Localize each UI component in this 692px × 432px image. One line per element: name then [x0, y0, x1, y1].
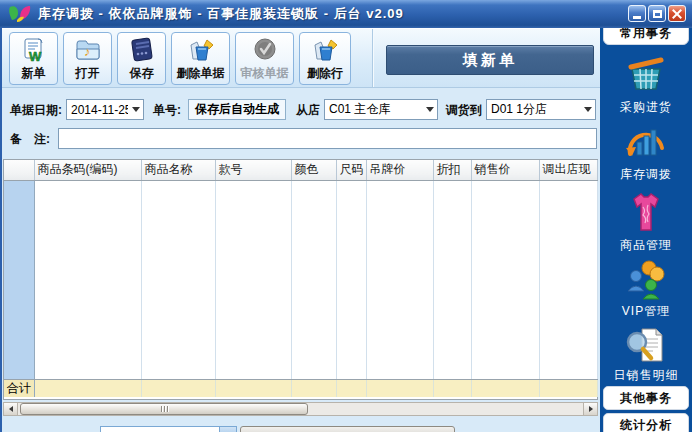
app-logo-icon [8, 4, 32, 24]
vip-members-icon [624, 258, 668, 300]
main-panel: W 新单 ♪ 打开 [2, 28, 600, 432]
scroll-left-button[interactable] [4, 403, 18, 415]
sidebar-tab-statistics[interactable]: 统计分析 [603, 413, 689, 432]
close-button[interactable] [668, 5, 686, 22]
thumb-grip-icon [164, 406, 165, 412]
column-header: 调出店现 [539, 160, 597, 180]
sidebar-item-vip-mgmt[interactable]: VIP管理 [600, 258, 692, 320]
sidebar-item-daily-sales[interactable]: 日销售明细 [600, 326, 692, 384]
column-header: 折扣 [433, 160, 471, 180]
column-header: 颜色 [291, 160, 336, 180]
sidebar-item-stock-transfer[interactable]: 库存调拨 [600, 121, 692, 183]
remark-label: 备 注: [10, 129, 50, 149]
sidebar-item-label: 商品管理 [620, 237, 672, 254]
basket-icon [624, 54, 668, 96]
window-title: 库存调拨 - 依依品牌服饰 - 百事佳服装连锁版 - 后台 v2.09 [38, 5, 404, 23]
minimize-icon [633, 16, 641, 19]
toolbar-button-label: 保存 [130, 65, 154, 82]
bottom-button[interactable] [240, 426, 455, 432]
arrow-left-icon [9, 406, 13, 412]
date-value: 2014-11-25 [67, 103, 128, 117]
toolbar-button-label: 删除单据 [177, 65, 225, 82]
grid-corner-cell [4, 160, 34, 180]
new-doc-button[interactable]: W 新单 [9, 32, 58, 85]
column-header: 销售价 [471, 160, 539, 180]
delete-doc-button[interactable]: 删除单据 [171, 32, 230, 85]
column-header: 商品条码(编码) [34, 160, 141, 180]
scrollbar-thumb[interactable] [20, 403, 308, 415]
new-doc-icon: W [21, 35, 47, 65]
delete-row-button[interactable]: 删除行 [299, 32, 351, 85]
minimize-button[interactable] [628, 5, 646, 22]
from-store-label: 从店 [296, 100, 320, 120]
sidebar-item-product-mgmt[interactable]: 商品管理 [600, 190, 692, 254]
svg-text:♪: ♪ [84, 44, 91, 59]
grid-total-row: 合计 [4, 379, 597, 397]
arrow-right-icon [589, 406, 593, 412]
sidebar-item-purchase[interactable]: 采购进货 [600, 54, 692, 116]
sidebar-item-label: VIP管理 [622, 303, 670, 320]
to-store-combobox[interactable]: D01 1分店 [486, 99, 596, 120]
sidebar: 常用事务 采购进货 库存调拨 商品管理 [600, 28, 692, 432]
sidebar-item-label: 采购进货 [620, 99, 672, 116]
from-store-value: C01 主仓库 [325, 101, 422, 118]
chevron-down-icon [128, 107, 143, 112]
app-window: 库存调拨 - 依依品牌服饰 - 百事佳服装连锁版 - 后台 v2.09 W [0, 0, 692, 432]
delete-doc-icon [187, 35, 215, 65]
svg-text:W: W [29, 49, 42, 63]
maximize-button[interactable] [648, 5, 666, 22]
column-header: 吊牌价 [366, 160, 433, 180]
column-header: 商品名称 [141, 160, 215, 180]
remark-input[interactable] [58, 128, 597, 149]
fill-new-doc-button[interactable]: 填新单 [386, 45, 594, 75]
column-header: 尺码 [336, 160, 366, 180]
docno-label: 单号: [153, 100, 181, 120]
horizontal-scrollbar[interactable] [3, 402, 598, 416]
tshirt-icon [624, 190, 668, 234]
from-store-combobox[interactable]: C01 主仓库 [324, 99, 438, 120]
toolbar-button-label: 打开 [76, 65, 100, 82]
chart-transfer-icon [624, 121, 668, 163]
thumb-grip-icon [167, 406, 168, 412]
column-header: 款号 [215, 160, 291, 180]
toolbar-button-label: 删除行 [307, 65, 343, 82]
open-folder-icon: ♪ [74, 35, 102, 65]
toolbar-button-label: 审核单据 [241, 65, 289, 82]
total-label-cell: 合计 [4, 379, 34, 397]
toolbar-button-label: 新单 [22, 65, 46, 82]
maximize-icon [653, 10, 662, 18]
report-magnifier-icon [624, 326, 668, 364]
save-icon [129, 35, 155, 65]
to-store-label: 调货到 [446, 100, 482, 120]
grid-header-row: 商品条码(编码) 商品名称 款号 颜色 尺码 吊牌价 折扣 销售价 调出店现 [4, 160, 597, 180]
save-button[interactable]: 保存 [117, 32, 166, 85]
chevron-down-icon [219, 427, 236, 432]
title-bar: 库存调拨 - 依依品牌服饰 - 百事佳服装连锁版 - 后台 v2.09 [0, 0, 692, 28]
items-grid[interactable]: 商品条码(编码) 商品名称 款号 颜色 尺码 吊牌价 折扣 销售价 调出店现 [3, 159, 598, 400]
close-icon [672, 9, 682, 19]
docno-display: 保存后自动生成 [188, 99, 286, 120]
sidebar-tab-other-tasks[interactable]: 其他事务 [603, 386, 689, 410]
sidebar-item-label: 库存调拨 [620, 166, 672, 183]
date-label: 单据日期: [10, 100, 62, 120]
thumb-grip-icon [161, 406, 162, 412]
to-store-value: D01 1分店 [487, 101, 580, 118]
toolbar-separator [372, 29, 373, 87]
date-combobox[interactable]: 2014-11-25 [66, 99, 144, 120]
scroll-right-button[interactable] [583, 403, 597, 415]
open-button[interactable]: ♪ 打开 [63, 32, 112, 85]
row-indicator-cell [4, 180, 34, 379]
bottom-combobox[interactable] [100, 426, 237, 432]
sidebar-item-label: 日销售明细 [614, 367, 679, 384]
chevron-down-icon [422, 107, 437, 112]
chevron-down-icon [580, 107, 595, 112]
grid-empty-row[interactable] [4, 180, 597, 379]
audit-check-icon [252, 35, 278, 65]
delete-row-icon [311, 35, 339, 65]
audit-doc-button: 审核单据 [235, 32, 294, 85]
